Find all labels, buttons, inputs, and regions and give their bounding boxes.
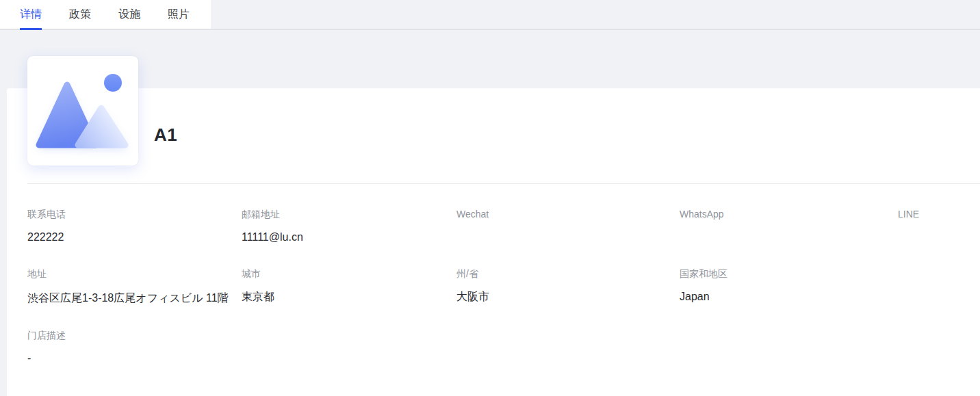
field-email: 邮箱地址 11111@lu.cn (242, 207, 456, 245)
field-value: 11111@lu.cn (242, 230, 456, 245)
field-label: 州/省 (456, 267, 680, 280)
store-image-card (27, 56, 138, 166)
tab-photos[interactable]: 照片 (168, 0, 190, 29)
store-detail-fields: 联系电话 222222 邮箱地址 11111@lu.cn Wechat What… (27, 207, 980, 366)
field-label: 邮箱地址 (242, 207, 456, 221)
field-label: LINE (898, 207, 980, 221)
tab-details[interactable]: 详情 (20, 0, 42, 29)
tab-bar: 详情 政策 设施 照片 (0, 0, 980, 30)
field-value (680, 230, 898, 245)
tab-list: 详情 政策 设施 照片 (20, 0, 190, 29)
field-line: LINE (898, 207, 980, 245)
tab-facilities[interactable]: 设施 (118, 0, 140, 29)
store-detail-page: 详情 政策 设施 照片 (0, 0, 980, 396)
field-label: Wechat (456, 207, 680, 221)
field-store-description: 门店描述 - (27, 328, 242, 366)
field-address: 地址 渋谷区広尾1-3-18広尾オフィスビル 11階 (27, 267, 242, 306)
section-divider (27, 183, 980, 184)
field-contact-phone: 联系电话 222222 (27, 207, 242, 245)
field-whatsapp: WhatsApp (680, 207, 898, 245)
tab-policy[interactable]: 政策 (69, 0, 91, 29)
store-title: A1 (154, 124, 177, 146)
field-label: 联系电话 (27, 207, 242, 221)
field-wechat: Wechat (456, 207, 680, 245)
field-city: 城市 東京都 (242, 267, 456, 306)
field-value: Japan (680, 289, 898, 304)
mountain-sun-image-icon (27, 56, 138, 166)
contact-field-row: 联系电话 222222 邮箱地址 11111@lu.cn Wechat What… (27, 207, 980, 245)
field-empty (898, 267, 980, 306)
field-value: - (27, 351, 242, 366)
field-value: 222222 (27, 230, 242, 245)
field-value: 東京都 (242, 289, 456, 304)
description-field-row: 门店描述 - (27, 328, 980, 366)
field-country-region: 国家和地区 Japan (680, 267, 898, 306)
field-value (898, 230, 980, 245)
field-label: 门店描述 (27, 328, 242, 342)
field-label: 城市 (242, 267, 456, 280)
field-state-province: 州/省 大阪市 (456, 267, 680, 306)
location-field-row: 地址 渋谷区広尾1-3-18広尾オフィスビル 11階 城市 東京都 州/省 大阪… (27, 267, 980, 306)
field-value: 渋谷区広尾1-3-18広尾オフィスビル 11階 (27, 289, 233, 306)
field-label: 国家和地区 (680, 267, 898, 280)
field-label: WhatsApp (680, 207, 898, 221)
field-label: 地址 (27, 267, 242, 280)
field-value (456, 230, 680, 245)
field-value: 大阪市 (456, 289, 680, 304)
